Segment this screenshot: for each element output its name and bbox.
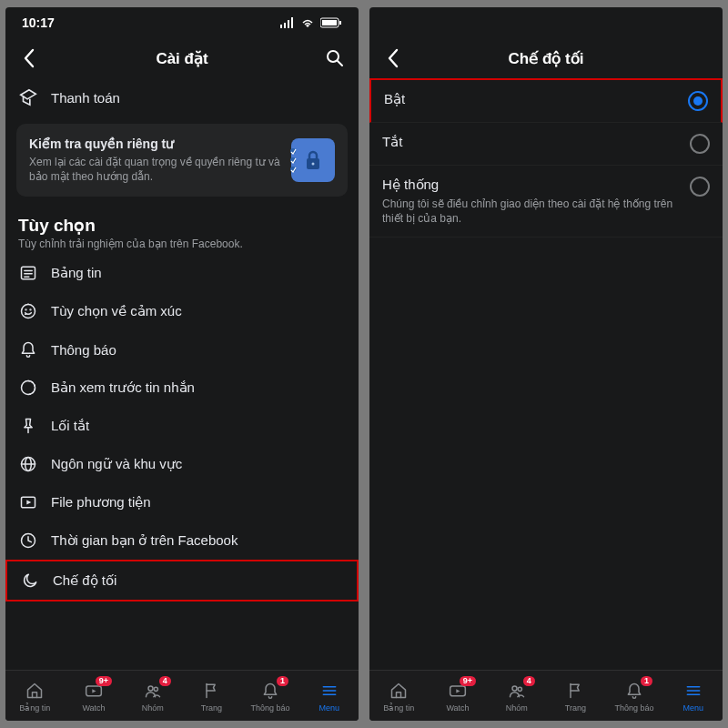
svg-point-30 [148,686,153,691]
group-icon: 4 [506,680,528,702]
back-button[interactable] [380,46,406,71]
radio-icon [690,177,710,197]
svg-point-31 [154,687,157,691]
battery-icon [320,17,342,28]
preferences-section-header: Tùy chọn Tùy chỉnh trải nghiệm của bạn t… [5,209,359,254]
tab-label: Menu [318,703,339,713]
darkmode-option[interactable]: Hệ thống Chúng tôi sẽ điều chỉnh giao di… [369,166,723,238]
ticket-icon [18,87,38,107]
svg-rect-6 [339,21,341,25]
tab-bar: Bảng tin 9+ Watch 4 Nhóm Trang 1 [5,670,359,721]
darkmode-screen: Chế độ tối Bật Tắt Hệ thống Chúng tôi sẽ… [369,7,723,721]
tab-label: Menu [682,703,703,713]
tab-watch[interactable]: 9+ Watch [65,671,124,721]
watch-icon: 9+ [447,680,469,702]
svg-rect-0 [280,25,282,28]
tab-label: Nhóm [506,703,528,713]
darkmode-option[interactable]: Bật [369,78,723,123]
clock-icon [18,531,38,551]
svg-point-17 [22,305,35,318]
svg-marker-26 [26,500,31,505]
svg-point-19 [30,309,31,310]
menu-item-label: Lối tắt [51,418,89,434]
svg-rect-5 [322,20,337,25]
menu-item-message-preview[interactable]: Bản xem trước tin nhắn [5,369,359,407]
menu-item-media[interactable]: File phương tiện [5,483,359,521]
menu-item-clock[interactable]: Thời gian bạn ở trên Facebook [5,521,359,560]
tab-label: Trang [201,703,222,713]
tab-watch[interactable]: 9+ Watch [429,671,488,721]
card-subtitle: Xem lại các cài đặt quan trọng về quyền … [29,155,280,184]
signal-icon [280,17,295,28]
bell-icon: 1 [623,680,645,702]
darkmode-option[interactable]: Tắt [369,123,723,166]
svg-point-37 [512,686,517,691]
menu-item-label: Tùy chọn về cảm xúc [51,303,182,319]
svg-point-38 [518,687,521,691]
menu-item-globe[interactable]: Ngôn ngữ và khu vực [5,445,359,483]
moon-icon [20,571,40,591]
status-time: 10:17 [22,15,55,30]
bell-icon [18,339,38,359]
section-title: Tùy chọn [18,215,346,236]
menu-item-emotion[interactable]: Tùy chọn về cảm xúc [5,292,359,330]
svg-rect-3 [291,17,293,28]
menu-item-label: Bản xem trước tin nhắn [51,379,195,396]
section-subtitle: Tùy chỉnh trải nghiệm của bạn trên Faceb… [18,238,346,250]
search-button[interactable] [322,46,348,71]
tab-bell[interactable]: 1 Thông báo [605,671,664,721]
tab-bell[interactable]: 1 Thông báo [241,671,300,721]
menu-item-newsfeed[interactable]: Bảng tin [5,254,359,292]
tab-menu[interactable]: Menu [663,671,723,721]
menu-item-bell[interactable]: Thông báo [5,330,359,369]
option-label: Hệ thống [382,177,679,193]
tab-badge: 9+ [460,676,476,686]
home-icon [24,680,46,702]
menu-item-payments[interactable]: Thanh toán [5,78,359,116]
option-subtitle: Chúng tôi sẽ điều chỉnh giao diện theo c… [382,197,679,226]
menu-item-label: Chế độ tối [53,572,116,589]
svg-point-18 [25,309,26,310]
svg-marker-36 [456,689,460,693]
svg-marker-29 [92,689,96,693]
tab-menu[interactable]: Menu [299,671,359,721]
svg-point-9 [312,163,315,166]
privacy-check-card[interactable]: Kiểm tra quyền riêng tư Xem lại các cài … [16,124,348,197]
tab-badge: 1 [277,676,288,686]
tab-label: Watch [446,703,469,713]
wifi-icon [300,17,315,28]
menu-icon [682,680,704,702]
menu-item-label: Thông báo [51,342,116,358]
tab-label: Thông báo [615,703,654,713]
tab-group[interactable]: 4 Nhóm [123,671,182,721]
globe-icon [18,454,38,474]
menu-item-label: Thời gian bạn ở trên Facebook [51,532,238,549]
radio-icon [690,134,710,154]
tab-flag[interactable]: Trang [546,671,605,721]
media-icon [18,492,38,512]
bell-icon: 1 [259,680,281,702]
darkmode-content: Bật Tắt Hệ thống Chúng tôi sẽ điều chỉnh… [369,78,723,670]
tab-badge: 9+ [96,676,112,686]
option-label: Tắt [382,134,679,150]
emotion-icon [18,301,38,321]
watch-icon: 9+ [83,680,105,702]
tab-bar: Bảng tin 9+ Watch 4 Nhóm Trang 1 [369,670,723,721]
tab-label: Bảng tin [383,703,414,713]
card-title: Kiểm tra quyền riêng tư [29,136,280,151]
newsfeed-icon [18,263,38,283]
tab-flag[interactable]: Trang [182,671,241,721]
privacy-lock-icon [291,138,335,182]
svg-rect-1 [284,23,286,28]
back-button[interactable] [16,46,42,71]
menu-item-pin[interactable]: Lối tắt [5,407,359,445]
settings-content: Thanh toán Kiểm tra quyền riêng tư Xem l… [5,78,359,670]
page-title: Cài đặt [42,49,322,68]
menu-item-moon[interactable]: Chế độ tối [5,560,359,602]
tab-label: Trang [565,703,586,713]
tab-label: Bảng tin [19,703,50,713]
tab-group[interactable]: 4 Nhóm [487,671,546,721]
flag-icon [200,680,222,702]
tab-home[interactable]: Bảng tin [5,671,65,721]
tab-home[interactable]: Bảng tin [369,671,429,721]
